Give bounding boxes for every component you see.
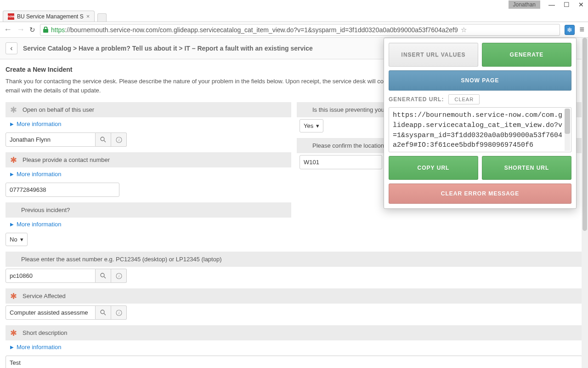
tab-title: BU Service Management S <box>17 13 84 20</box>
more-info-link[interactable]: ▶More information <box>6 167 291 181</box>
generated-url-textarea[interactable]: https://bournemouth.service-now.com/com.… <box>389 107 571 152</box>
lookup-info-button[interactable]: i <box>111 305 127 320</box>
chevron-right-icon: ▶ <box>10 172 14 177</box>
field-header-open-behalf: ✱ Open on behalf of this user <box>6 102 291 117</box>
field-label: Short description <box>23 329 68 336</box>
field-header-service: ✱ Service Affected <box>6 288 582 304</box>
more-info-link[interactable]: ▶More information <box>6 117 291 131</box>
forward-icon[interactable]: → <box>17 25 25 34</box>
generate-button[interactable]: GENERATE <box>482 43 571 67</box>
lookup-search-button[interactable] <box>96 132 111 147</box>
minimize-icon[interactable]: — <box>548 1 555 8</box>
back-icon[interactable]: ← <box>4 25 12 34</box>
field-header-previous: Previous incident? <box>6 202 291 218</box>
short-description-input[interactable] <box>6 356 582 368</box>
contact-number-input[interactable] <box>6 183 119 197</box>
field-label: Please provide a contact number <box>23 156 110 163</box>
browser-toolbar: ← → ↻ https://bournemouth.service-now.co… <box>0 22 588 38</box>
asterisk-icon: ✱ <box>10 107 17 113</box>
address-bar[interactable]: https://bournemouth.service-now.com/com.… <box>40 24 560 36</box>
insert-url-values-button[interactable]: INSERT URL VALUES <box>389 43 478 67</box>
field-header-short-desc: ✱ Short description <box>6 325 582 340</box>
lookup-info-button[interactable]: i <box>111 269 127 283</box>
window-titlebar: Jonathan — ☐ ✕ <box>0 0 588 9</box>
reload-icon[interactable]: ↻ <box>29 26 35 34</box>
svg-point-4 <box>101 273 104 277</box>
svg-point-8 <box>101 310 104 314</box>
field-label: Previous incident? <box>21 207 70 213</box>
lookup-search-button[interactable] <box>96 269 111 283</box>
generated-url-label: GENERATED URL: <box>389 96 444 103</box>
svg-text:i: i <box>118 310 119 315</box>
svg-text:i: i <box>118 138 119 142</box>
clear-error-button[interactable]: CLEAR ERROR MESSAGE <box>389 184 571 204</box>
asset-input[interactable] <box>6 269 96 283</box>
previous-incident-select[interactable]: No▾ <box>6 233 28 246</box>
scrollbar-thumb[interactable] <box>582 38 587 231</box>
lookup-info-button[interactable]: i <box>111 132 127 147</box>
textarea-scrollbar[interactable] <box>565 109 570 151</box>
preventing-work-select[interactable]: Yes▾ <box>300 119 323 132</box>
snow-page-button[interactable]: SNOW PAGE <box>389 70 571 91</box>
more-info-link[interactable]: ▶More information <box>6 218 291 231</box>
clear-button[interactable]: CLEAR <box>448 94 480 104</box>
field-label: Service Affected <box>23 293 66 299</box>
asterisk-required-icon: ✱ <box>10 157 17 163</box>
chevron-down-icon: ▾ <box>20 236 23 243</box>
close-tab-icon[interactable]: × <box>86 13 90 20</box>
scrollbar-thumb[interactable] <box>565 109 570 134</box>
svg-point-0 <box>101 137 104 141</box>
bookmark-star-icon[interactable]: ☆ <box>461 26 467 34</box>
shorten-url-button[interactable]: SHORTEN URL <box>482 156 571 180</box>
chevron-down-icon: ▾ <box>316 122 319 129</box>
svg-text:i: i <box>118 274 119 278</box>
field-label: Please enter the asset number e.g. PC123… <box>21 256 222 263</box>
location-input[interactable] <box>300 155 382 169</box>
svg-line-9 <box>104 313 106 315</box>
tab-bar: now BU Service Management S × <box>0 9 588 22</box>
field-header-contact: ✱ Please provide a contact number <box>6 152 291 167</box>
hamburger-menu-icon[interactable]: ≡ <box>579 25 584 34</box>
chevron-right-icon: ▶ <box>10 121 14 126</box>
chevron-right-icon: ▶ <box>10 345 14 350</box>
favicon-icon: now <box>8 13 14 20</box>
svg-line-5 <box>104 276 106 278</box>
page-back-button[interactable]: ‹ <box>6 42 17 54</box>
field-label: Please confirm the location <box>312 142 384 149</box>
copy-url-button[interactable]: COPY URL <box>389 156 478 180</box>
breadcrumb: Service Catalog > Have a problem? Tell u… <box>23 45 313 52</box>
asterisk-required-icon: ✱ <box>10 330 17 336</box>
extension-popup: INSERT URL VALUES GENERATE SNOW PAGE GEN… <box>384 38 577 209</box>
more-info-link[interactable]: ▶More information <box>6 340 582 354</box>
user-badge: Jonathan <box>509 0 540 9</box>
url-text: https://bournemouth.service-now.com/com.… <box>51 26 458 34</box>
chevron-right-icon: ▶ <box>10 222 14 227</box>
close-window-icon[interactable]: ✕ <box>578 1 584 8</box>
new-tab-button[interactable] <box>97 13 107 22</box>
field-header-asset: Please enter the asset number e.g. PC123… <box>6 252 582 267</box>
browser-tab[interactable]: now BU Service Management S × <box>3 11 95 22</box>
svg-line-1 <box>104 140 106 142</box>
open-behalf-input[interactable] <box>6 132 96 147</box>
extension-icon[interactable]: ❄ <box>565 25 575 35</box>
lookup-search-button[interactable] <box>96 305 111 320</box>
asterisk-required-icon: ✱ <box>10 293 17 299</box>
maximize-icon[interactable]: ☐ <box>563 1 570 8</box>
field-label: Open on behalf of this user <box>23 106 94 113</box>
service-affected-input[interactable] <box>6 305 96 320</box>
lock-icon <box>43 27 48 33</box>
page-scrollbar[interactable] <box>582 38 588 368</box>
